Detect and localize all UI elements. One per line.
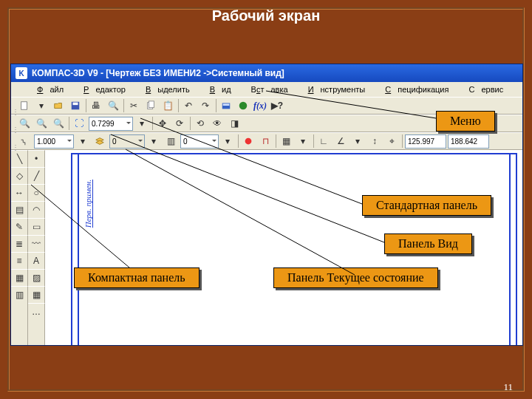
menu-edit[interactable]: Редактор [77,82,139,97]
rotate-icon[interactable]: ⟳ [171,116,188,131]
currentstate-toolbar: 1.000 ▾ 0 ▾ ▥ 0 ▾ ⊓ ▦ ▾ ∟ ∠ ▾ ↕ ⌖ 125.99… [11,132,522,150]
fill-icon[interactable]: ▨ [28,269,45,286]
spline-icon[interactable]: 〰 [28,235,45,252]
canvas-label: Перв. примен. [83,180,92,228]
compact-toolbar-1: ╲ ◇ ↔ ▤ ✎ ≣ ≡ ▦ ▥ [11,150,28,346]
library-icon[interactable] [218,98,235,113]
window-title: КОМПАС-3D V9 - [Чертеж БЕЗ ИМЕНИ2 ->Сист… [32,68,284,78]
titlebar: K КОМПАС-3D V9 - [Чертеж БЕЗ ИМЕНИ2 ->Си… [11,64,522,82]
segment-icon[interactable]: ╱ [28,167,45,184]
layer-field[interactable]: 0 [180,134,219,149]
report-icon[interactable]: ▥ [11,286,28,303]
menu-spec[interactable]: Спецификация [378,82,462,97]
zoom-out-icon[interactable]: 🔍 [50,116,67,131]
copy-icon[interactable] [143,98,160,113]
hide-icon[interactable]: ◨ [226,116,243,131]
globe-icon[interactable] [235,98,252,113]
hatch-icon[interactable]: ▤ [11,201,28,218]
coord-icon[interactable]: ⌖ [383,134,400,149]
edit-icon[interactable]: ✎ [11,218,28,235]
show-icon[interactable]: 👁 [209,116,226,131]
arc-icon[interactable]: ◠ [28,201,45,218]
menu-service[interactable]: Сервис [462,82,516,97]
text-icon[interactable]: A [28,252,45,269]
compact-toolbar-2: • ╱ ○ ◠ ▭ 〰 A ▨ ▦ … [28,150,45,346]
label-standard: Стандартная панель [362,195,491,216]
chevron-down-icon[interactable]: ▾ [295,134,312,149]
refresh-icon[interactable]: ⟲ [192,116,209,131]
app-logo-icon: K [16,67,27,79]
circle-icon[interactable]: ○ [28,184,45,201]
menu-insert[interactable]: Вcтавка [245,82,301,97]
spec-icon[interactable]: ▦ [11,269,28,286]
axis-icon[interactable]: ↕ [366,134,383,149]
print-icon[interactable]: 🖶 [88,98,105,113]
save-icon[interactable] [67,98,84,113]
label-currentstate: Панель Текущее состояние [273,267,438,288]
chevron-down-icon[interactable]: ▾ [33,98,50,113]
svg-point-7 [239,102,248,110]
chevron-down-icon[interactable]: ▾ [349,134,366,149]
label-menu: Меню [436,111,495,132]
open-icon[interactable] [50,98,67,113]
table-icon[interactable]: ▦ [28,286,45,303]
menu-window[interactable]: Окно [516,82,523,97]
coord-y[interactable]: 188.642 [448,134,489,149]
cut-icon[interactable]: ✂ [126,98,143,113]
preview-icon[interactable]: 🔍 [105,98,122,113]
page-number: 11 [503,381,513,393]
angle-icon[interactable]: ∠ [332,134,349,149]
svg-point-8 [245,138,252,145]
svg-rect-6 [223,103,230,106]
point-icon[interactable]: • [28,150,45,167]
stop-icon[interactable] [240,134,257,149]
menubar[interactable]: Файл Редактор Выделить Вид Вcтавка Инстр… [11,82,522,97]
line-icon[interactable]: ╲ [11,150,28,167]
chevron-down-icon[interactable]: ▾ [219,134,236,149]
param-icon[interactable]: ≣ [11,235,28,252]
measure-icon[interactable]: ≡ [11,252,28,269]
more-icon[interactable]: … [28,303,45,320]
rect-icon[interactable]: ▭ [28,218,45,235]
chevron-down-icon[interactable]: ▾ [146,134,163,149]
zoom-area-icon[interactable]: 🔍 [33,116,50,131]
svg-rect-4 [149,101,154,108]
menu-view[interactable]: Вид [203,82,245,97]
paste-icon[interactable]: 📋 [160,98,177,113]
menu-file[interactable]: Файл [30,82,77,97]
move-icon[interactable]: ✥ [154,116,171,131]
slide-title: Рабочий экран [0,7,532,24]
label-compact: Компактная панель [74,267,200,288]
fx-icon[interactable]: f(x) [252,98,269,113]
scale-field[interactable]: 1.000 [34,134,74,149]
help-icon[interactable]: ▶? [269,98,286,113]
ortho-icon[interactable]: ∟ [316,134,332,149]
shapes-icon[interactable]: ◇ [11,167,28,184]
magnet-icon[interactable]: ⊓ [257,134,274,149]
zoom-extents-icon[interactable]: ⛶ [71,116,88,131]
chevron-down-icon[interactable]: ▾ [134,116,151,131]
coord-x[interactable]: 125.997 [405,134,446,149]
dim-icon[interactable]: ↔ [11,184,28,201]
menu-tools[interactable]: Инструменты [301,82,379,97]
layer-icon[interactable]: ▥ [163,134,180,149]
menu-select[interactable]: Выделить [139,82,203,97]
grid-icon[interactable]: ▦ [278,134,295,149]
redo-icon[interactable]: ↷ [197,98,214,113]
svg-rect-0 [21,102,27,110]
layers-icon[interactable] [92,134,109,149]
svg-rect-2 [73,103,78,106]
undo-icon[interactable]: ↶ [180,98,197,113]
chevron-down-icon[interactable]: ▾ [75,134,92,149]
zoom-field[interactable]: 0.7299 [89,117,133,131]
label-view: Панель Вид [384,233,472,254]
state-field[interactable]: 0 [109,134,145,149]
